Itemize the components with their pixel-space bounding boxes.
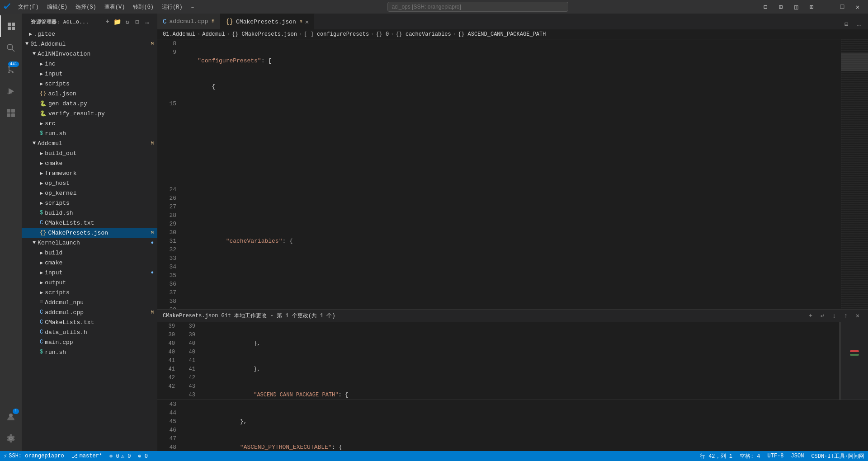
new-folder-btn[interactable]: 📁 [113, 17, 122, 26]
menu-view[interactable]: 查看(V) [101, 2, 129, 12]
tab-addcmul-cpp[interactable]: C addcmul.cpp M [157, 14, 220, 29]
activity-settings[interactable] [0, 428, 22, 449]
tree-item-src[interactable]: ▶ src [22, 118, 157, 128]
menu-file[interactable]: 文件(F) [14, 2, 42, 12]
tabs-end-actions: ⊟ … [841, 19, 868, 29]
tree-item-inc[interactable]: ▶ inc [22, 59, 157, 69]
close-btn[interactable]: ✕ [851, 0, 864, 14]
more-actions-btn[interactable]: … [143, 17, 152, 26]
diff-revert-btn[interactable]: ↩ [817, 311, 827, 321]
refresh-btn[interactable]: ↻ [123, 17, 132, 26]
layout-btn-4[interactable]: ⊞ [805, 0, 818, 14]
new-file-btn[interactable]: + [103, 17, 112, 26]
tree-item-kernel-launch[interactable]: ▼ KernelLaunch ● [22, 238, 157, 248]
breadcrumb-item-7[interactable]: {} ASCEND_CANN_PACKAGE_PATH [458, 31, 546, 38]
tree-item-run-sh-1[interactable]: $ run.sh [22, 128, 157, 138]
collapse-all-btn[interactable]: ⊟ [133, 17, 142, 26]
diff-marker-removed [850, 350, 859, 352]
tree-item-cmake[interactable]: ▶ cmake [22, 158, 157, 168]
tree-item-cmakepresets[interactable]: {} CMakePresets.json M [22, 228, 157, 238]
activity-extensions[interactable] [0, 102, 22, 124]
breadcrumb-item-3[interactable]: {} CMakePresets.json [232, 31, 297, 38]
errors-label: ⊗ 0 [109, 453, 119, 460]
tree-item-scripts-3[interactable]: ▶ scripts [22, 287, 157, 297]
tree-item-aclnn[interactable]: ▼ AclNNInvocation [22, 49, 157, 59]
diff-marker-added [850, 354, 859, 356]
maximize-btn[interactable]: □ [835, 0, 849, 14]
statusbar-encoding[interactable]: UTF-8 [764, 451, 788, 461]
tree-item-main-cpp[interactable]: C main.cpp [22, 337, 157, 347]
statusbar-language[interactable]: JSON [788, 451, 808, 461]
menu-more[interactable]: … [187, 2, 198, 12]
tree-item-addcmul-root[interactable]: ▼ 01.Addcmul M [22, 39, 157, 49]
tree-item-input-2[interactable]: ▶ input ● [22, 268, 157, 278]
tree-item-cmakelists[interactable]: C CMakeLists.txt [22, 218, 157, 228]
breadcrumb-item-4[interactable]: [ ] configurePresets [304, 31, 369, 38]
breadcrumb-item-6[interactable]: {} cacheVariables [396, 31, 451, 38]
after-diff-line-numbers: 43 44 45 46 47 48 [157, 400, 180, 451]
tab-cmakepresets[interactable]: {} CMakePresets.json M ✕ [220, 14, 315, 29]
tree-item-op-kernel[interactable]: ▶ op_kernel [22, 188, 157, 198]
activity-explorer[interactable] [0, 15, 22, 37]
tree-item-run-sh-2[interactable]: $ run.sh [22, 347, 157, 357]
tree-item-scripts-2[interactable]: ▶ scripts [22, 198, 157, 208]
minimap-slider[interactable] [841, 53, 868, 71]
breadcrumb-item-2[interactable]: Addcmul [202, 31, 225, 38]
statusbar-ssh[interactable]: ⚡ SSH: orangepiapro [0, 451, 68, 461]
tree-item-input[interactable]: ▶ input [22, 69, 157, 79]
menu-goto[interactable]: 转到(G) [129, 2, 157, 12]
tree-item-gen-data[interactable]: 🐍 gen_data.py [22, 99, 157, 108]
breadcrumb-item-1[interactable]: 01.Addcmul [163, 31, 195, 38]
layout-btn-1[interactable]: ⊟ [759, 0, 772, 14]
tree-item-output[interactable]: ▶ output [22, 278, 157, 287]
activity-search[interactable] [0, 37, 22, 59]
minimize-btn[interactable]: — [820, 0, 834, 14]
ssh-icon: ⚡ [4, 453, 7, 460]
tree-item-acl-json[interactable]: {} acl.json [22, 89, 157, 99]
code-editor[interactable]: 8 9 15 24 26 27 28 29 30 31 32 [157, 39, 868, 309]
statusbar-git-changes[interactable]: ⊕ 0 [134, 451, 151, 461]
tab-close-btn[interactable]: ✕ [305, 18, 309, 26]
tree-item-data-utils[interactable]: C data_utils.h [22, 327, 157, 337]
tree-item-build[interactable]: ▶ build [22, 248, 157, 258]
diff-next-btn[interactable]: ↓ [829, 311, 839, 321]
split-editor-btn[interactable]: ⊟ [841, 19, 852, 29]
breadcrumb-item-5[interactable]: {} 0 [376, 31, 389, 38]
cpp-icon: C [163, 18, 166, 25]
tree-item-addcmul-cpp[interactable]: C addcmul.cpp M [22, 307, 157, 317]
layout-btn-2[interactable]: ⊞ [774, 0, 788, 14]
diff-close-btn[interactable]: ✕ [853, 311, 863, 321]
tree-item-framework[interactable]: ▶ framework [22, 168, 157, 178]
activity-run[interactable] [0, 80, 22, 102]
statusbar-position[interactable]: 行 42，列 1 [696, 451, 736, 461]
tree-item-cmakelists-2[interactable]: C CMakeLists.txt [22, 317, 157, 327]
tree-item-verify[interactable]: 🐍 verify_result.py [22, 108, 157, 118]
sidebar-title: 资源管理器: ACL_O... [31, 19, 89, 25]
statusbar-errors[interactable]: ⊗ 0 ⚠ 0 [106, 451, 134, 461]
tree-item-gitee[interactable]: ▶ .gitee [22, 29, 157, 39]
search-input[interactable] [387, 2, 568, 12]
statusbar-site[interactable]: CSDN·IT工具·阿问网 [807, 451, 868, 461]
folder-collapsed-icon: ▶ [40, 120, 43, 127]
diff-header-actions: + ↩ ↓ ↑ ✕ [806, 311, 863, 321]
tree-item-cmake-2[interactable]: ▶ cmake [22, 258, 157, 268]
diff-add-btn[interactable]: + [806, 311, 816, 321]
tree-item-scripts[interactable]: ▶ scripts [22, 79, 157, 89]
tree-item-op-host[interactable]: ▶ op_host [22, 178, 157, 188]
tree-item-build-sh[interactable]: $ build.sh [22, 208, 157, 218]
statusbar-spaces[interactable]: 空格: 4 [736, 451, 764, 461]
activity-source-control[interactable]: 441 [0, 59, 22, 80]
layout-btn-3[interactable]: ◫ [789, 0, 803, 14]
tree-item-addcmul[interactable]: ▼ Addcmul M [22, 138, 157, 148]
activity-account[interactable]: 1 [0, 406, 22, 428]
menu-select[interactable]: 选择(S) [72, 2, 100, 12]
tree-item-build-out[interactable]: ▶ build_out [22, 148, 157, 158]
menu-edit[interactable]: 编辑(E) [43, 2, 71, 12]
tree-item-addcmul-npu[interactable]: ≡ Addcmul_npu [22, 297, 157, 307]
diff-prev-btn[interactable]: ↑ [841, 311, 851, 321]
statusbar-git[interactable]: ⎇ master* [68, 451, 106, 461]
modified-badge: M [151, 41, 154, 47]
more-tabs-btn[interactable]: … [854, 19, 864, 29]
minimap-content [841, 39, 868, 309]
menu-run[interactable]: 运行(R) [158, 2, 186, 12]
